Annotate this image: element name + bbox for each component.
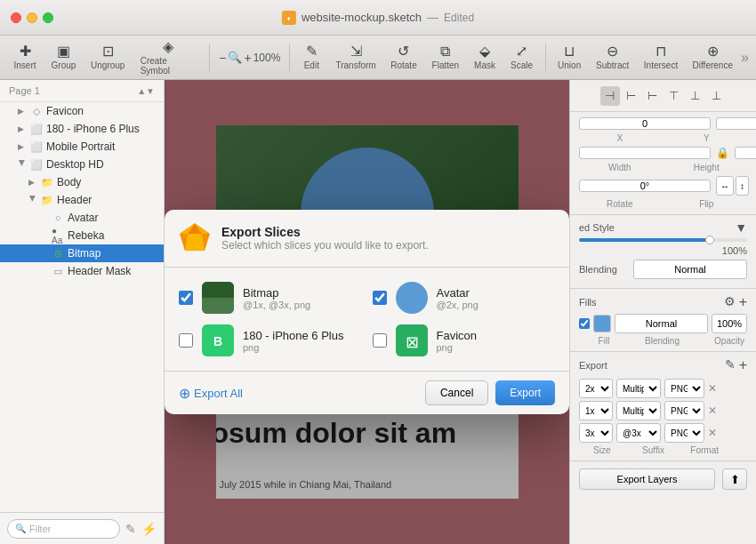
- align-center-h-button[interactable]: ⊢: [622, 86, 641, 106]
- scale-button[interactable]: ⤢ Scale: [504, 41, 540, 74]
- opacity-value: 100%: [579, 245, 747, 256]
- maximize-button[interactable]: [43, 12, 53, 23]
- opacity-slider[interactable]: [579, 238, 747, 242]
- intersect-button[interactable]: ⊓ Intersect: [638, 41, 685, 74]
- filter-input-box[interactable]: 🔍 Filter: [7, 519, 120, 539]
- remove-export-3-button[interactable]: ✕: [708, 427, 717, 439]
- opacity-thumb[interactable]: [705, 236, 714, 244]
- subtract-button[interactable]: ⊖ Subtract: [590, 41, 636, 74]
- x-input[interactable]: [579, 117, 711, 130]
- layer-rebeka-label: Rebeka: [68, 229, 104, 242]
- align-bottom-button[interactable]: ⊥: [707, 86, 727, 106]
- app-icon: ⬧: [282, 11, 296, 25]
- minimize-button[interactable]: [27, 12, 37, 23]
- search-icon: 🔍: [15, 524, 26, 533]
- difference-button[interactable]: ⊕ Difference: [686, 41, 739, 74]
- avatar-thumbnail: [396, 282, 428, 314]
- avatar-checkbox[interactable]: [373, 291, 387, 305]
- export-format-2[interactable]: PNG: [664, 401, 704, 420]
- layer-item-avatar[interactable]: ▶ ○ Avatar: [0, 209, 164, 227]
- layer-item-favicon[interactable]: ▶ ◇ Favicon: [0, 102, 164, 120]
- align-top-button[interactable]: ⊤: [664, 86, 684, 106]
- blending-select[interactable]: Normal: [633, 260, 747, 279]
- align-middle-button[interactable]: ⊥: [686, 86, 705, 106]
- union-button[interactable]: ⊔ Union: [551, 41, 588, 74]
- modal-title: Export Slices: [221, 225, 429, 239]
- add-layer-button[interactable]: ✎: [125, 522, 136, 536]
- export-size-2[interactable]: 1x: [579, 401, 613, 420]
- modal-footer: ⊕ Export All Cancel Export: [165, 371, 569, 414]
- rotate-button[interactable]: ↺ Rotate: [384, 41, 423, 74]
- export-suffix-3[interactable]: @3x: [616, 423, 661, 443]
- layer-item-rebeka[interactable]: ▶ ● Aa Rebeka: [0, 227, 164, 244]
- style-menu-icon[interactable]: ▼: [735, 220, 747, 235]
- layer-item-mobile[interactable]: ▶ ⬜ Mobile Portrait: [0, 138, 164, 156]
- layer-item-header[interactable]: ▶ 📁 Header: [0, 191, 164, 209]
- bitmap-checkbox[interactable]: [179, 291, 193, 305]
- export-slices-modal: Export Slices Select which slices you wo…: [165, 210, 569, 414]
- cancel-button[interactable]: Cancel: [425, 380, 488, 405]
- mask-icon: ⬙: [479, 44, 490, 59]
- height-input[interactable]: [735, 147, 756, 159]
- close-button[interactable]: [11, 12, 21, 23]
- flip-h-button[interactable]: ↔: [716, 176, 734, 196]
- export-size-1[interactable]: 2x: [579, 379, 613, 398]
- export-format-3[interactable]: PNG: [664, 423, 704, 443]
- flatten-button[interactable]: ⧉ Flatten: [425, 41, 465, 74]
- zoom-area: − 🔍 + 100%: [215, 51, 284, 65]
- ungroup-button[interactable]: ⊡ Ungroup: [84, 41, 132, 74]
- layer-item-bitmap[interactable]: ▶ ⊞ Bitmap: [0, 244, 164, 262]
- remove-export-2-button[interactable]: ✕: [708, 404, 717, 417]
- edit-button[interactable]: ✎ Edit: [295, 41, 327, 74]
- create-symbol-button[interactable]: ◈ Create Symbol: [133, 36, 205, 79]
- fill-blending-select[interactable]: Normal: [615, 314, 708, 333]
- favicon-checkbox[interactable]: [373, 333, 387, 348]
- layer-item-body[interactable]: ▶ 📁 Body: [0, 173, 164, 191]
- layer-item-mask[interactable]: ▶ ▭ Header Mask: [0, 262, 164, 280]
- page-selector[interactable]: Page 1 ▲▼: [0, 80, 164, 102]
- insert-button[interactable]: ✚ Insert: [7, 41, 43, 74]
- group-button[interactable]: ▣ Group: [44, 41, 83, 74]
- 180-thumbnail: B: [202, 324, 234, 356]
- layer-item-desktop[interactable]: ▶ ⬜ Desktop HD: [0, 156, 164, 173]
- wh-row: 🔒: [579, 147, 747, 159]
- x-col: [579, 117, 711, 130]
- y-label: Y: [666, 133, 748, 143]
- remove-export-1-button[interactable]: ✕: [708, 382, 717, 395]
- export-suffix-2[interactable]: Multiple: [616, 401, 661, 420]
- fills-section: Fills ⚙ + Normal Fill Blending Opacity: [570, 289, 756, 352]
- layer-settings-button[interactable]: ⚡: [141, 522, 157, 536]
- fill-opacity-input[interactable]: [712, 314, 747, 333]
- export-suffix-1[interactable]: Multiple: [616, 379, 661, 398]
- share-button[interactable]: ⬆: [722, 468, 747, 490]
- export-all-button[interactable]: ⊕ Export All: [179, 385, 243, 402]
- export-edit-button[interactable]: ✎: [725, 357, 736, 373]
- add-fill-button[interactable]: +: [739, 294, 747, 310]
- align-right-button[interactable]: ⊢: [643, 86, 663, 106]
- position-section: X Y 🔒 Width Height: [570, 112, 756, 215]
- y-input[interactable]: [716, 117, 756, 130]
- export-button[interactable]: Export: [495, 380, 555, 405]
- layer-item-180[interactable]: ▶ ⬜ 180 - iPhone 6 Plus: [0, 120, 164, 138]
- svg-text:B: B: [213, 334, 222, 348]
- mask-button[interactable]: ⬙ Mask: [468, 41, 503, 74]
- align-left-button[interactable]: ⊣: [600, 86, 620, 106]
- flip-v-button[interactable]: ↕: [736, 176, 749, 196]
- lock-icon[interactable]: 🔒: [716, 147, 729, 159]
- 180-checkbox[interactable]: [179, 333, 193, 348]
- more-button[interactable]: »: [741, 50, 749, 66]
- transform-button[interactable]: ⇲ Transform: [329, 41, 382, 74]
- rotate-input[interactable]: [579, 180, 711, 192]
- traffic-lights: [0, 12, 53, 23]
- fill-settings-button[interactable]: ⚙: [724, 294, 736, 310]
- fill-color-swatch[interactable]: [593, 315, 611, 332]
- width-input[interactable]: [579, 147, 711, 159]
- fill-enabled-checkbox[interactable]: [579, 318, 590, 329]
- modal-body: Bitmap @1x, @3x, png Avatar @2x, png: [165, 268, 569, 371]
- layer-avatar-label: Avatar: [68, 212, 98, 224]
- add-export-button[interactable]: +: [739, 357, 747, 373]
- canvas: osum dolor sit am July 2015 while in Chi…: [165, 80, 569, 544]
- export-format-1[interactable]: PNG: [664, 379, 704, 398]
- export-size-3[interactable]: 3x: [579, 423, 613, 443]
- export-layers-button[interactable]: Export Layers: [579, 468, 715, 490]
